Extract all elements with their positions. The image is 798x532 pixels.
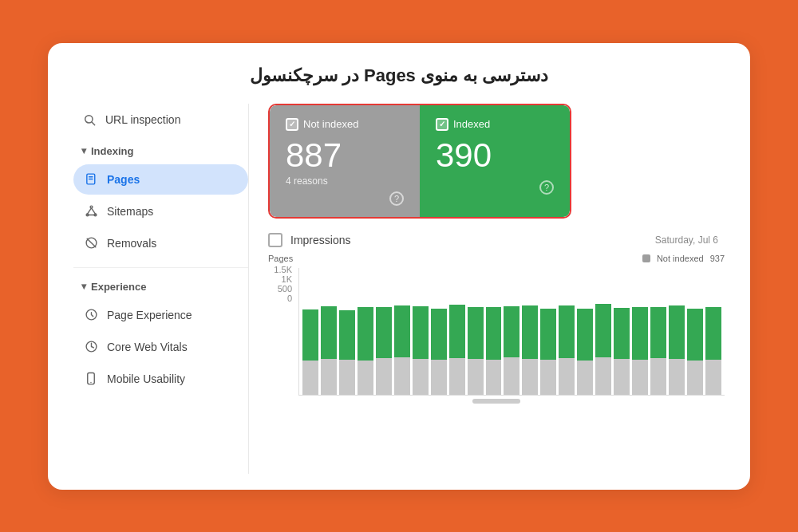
bar-group bbox=[486, 268, 502, 395]
bar-group bbox=[431, 268, 447, 395]
svg-line-1 bbox=[92, 122, 95, 125]
bar-segment-indexed bbox=[522, 305, 538, 359]
indexing-section-header: ▾ Indexing bbox=[73, 140, 248, 162]
bar-segment-not-indexed bbox=[413, 359, 429, 395]
bar-segment-indexed bbox=[669, 305, 685, 359]
bar-group bbox=[394, 268, 410, 395]
bar-segment-indexed bbox=[614, 308, 630, 359]
indexing-label: Indexing bbox=[91, 145, 133, 157]
bar-segment-not-indexed bbox=[486, 360, 502, 395]
page-title: دسترسی به منوی Pages در سرچکنسول bbox=[73, 65, 725, 86]
sidebar-item-core-web-vitals[interactable]: Core Web Vitals bbox=[73, 332, 248, 362]
page-experience-label: Page Experience bbox=[107, 309, 192, 321]
not-indexed-help-icon[interactable]: ? bbox=[389, 191, 404, 206]
svg-line-9 bbox=[91, 208, 95, 214]
bar-segment-not-indexed bbox=[394, 357, 410, 395]
bar-segment-indexed bbox=[705, 307, 721, 360]
pages-axis-label: Pages bbox=[268, 254, 298, 263]
bar-group bbox=[650, 268, 666, 395]
bar-segment-not-indexed bbox=[358, 361, 373, 395]
not-indexed-header: Not indexed bbox=[286, 118, 404, 131]
bar-segment-indexed bbox=[650, 307, 666, 358]
impressions-checkbox[interactable] bbox=[268, 233, 282, 247]
sidebar: URL inspection ▾ Indexing Pages bbox=[73, 104, 249, 474]
bar-group bbox=[669, 268, 685, 395]
bar-segment-not-indexed bbox=[614, 359, 630, 395]
page-experience-icon bbox=[83, 307, 99, 323]
bar-segment-indexed bbox=[632, 307, 648, 360]
sidebar-item-pages[interactable]: Pages bbox=[73, 164, 248, 195]
bar-segment-not-indexed bbox=[632, 360, 648, 395]
bar-segment-not-indexed bbox=[302, 361, 318, 395]
legend-not-indexed-dot bbox=[642, 254, 650, 262]
experience-section-header: ▾ Experience bbox=[73, 276, 248, 298]
sidebar-item-mobile-usability[interactable]: Mobile Usability bbox=[73, 364, 248, 394]
svg-line-8 bbox=[87, 208, 91, 214]
bars-container bbox=[298, 268, 725, 396]
not-indexed-checkbox[interactable] bbox=[286, 118, 298, 131]
bar-segment-indexed bbox=[449, 305, 465, 358]
indexed-card: Indexed 390 ? bbox=[420, 105, 570, 217]
indexed-footer: ? bbox=[436, 180, 554, 195]
y-label-2: 1K bbox=[282, 274, 292, 284]
impressions-header: Impressions Saturday, Jul 6 bbox=[268, 233, 725, 247]
stats-cards-wrapper: Not indexed 887 4 reasons ? Indexed 390 bbox=[268, 104, 571, 219]
indexed-help-icon[interactable]: ? bbox=[539, 180, 554, 195]
bar-group bbox=[705, 268, 721, 395]
scrollbar-area bbox=[268, 399, 725, 404]
url-inspection-label: URL inspection bbox=[105, 113, 180, 126]
experience-label: Experience bbox=[91, 281, 146, 293]
bar-group bbox=[540, 268, 556, 395]
bar-group bbox=[577, 268, 593, 395]
sidebar-item-page-experience[interactable]: Page Experience bbox=[73, 300, 248, 330]
bar-segment-indexed bbox=[339, 310, 355, 360]
bar-segment-not-indexed bbox=[449, 358, 465, 395]
chart-y-axis: 1.5K 1K 500 0 bbox=[268, 265, 298, 316]
bar-segment-indexed bbox=[376, 307, 392, 358]
not-indexed-card: Not indexed 887 4 reasons ? bbox=[270, 105, 420, 217]
sidebar-item-sitemaps[interactable]: Sitemaps bbox=[73, 196, 248, 227]
bar-segment-indexed bbox=[321, 306, 337, 359]
chevron-down-icon-2: ▾ bbox=[81, 281, 86, 292]
bar-group bbox=[522, 268, 538, 395]
not-indexed-label: Not indexed bbox=[303, 118, 358, 130]
core-web-vitals-label: Core Web Vitals bbox=[107, 341, 188, 353]
chart-legend: Not indexed 937 bbox=[298, 254, 725, 263]
scrollbar-thumb[interactable] bbox=[472, 399, 520, 404]
bar-group bbox=[449, 268, 465, 395]
y-label-3: 500 bbox=[278, 284, 292, 294]
bar-segment-indexed bbox=[687, 309, 703, 361]
bar-group bbox=[614, 268, 630, 395]
bar-segment-not-indexed bbox=[504, 357, 519, 395]
y-label-4: 0 bbox=[287, 294, 292, 303]
sidebar-item-removals[interactable]: Removals bbox=[73, 228, 248, 258]
core-web-vitals-icon bbox=[83, 339, 99, 355]
bar-segment-not-indexed bbox=[595, 357, 611, 395]
main-card: دسترسی به منوی Pages در سرچکنسول URL ins… bbox=[48, 43, 750, 490]
chevron-down-icon: ▾ bbox=[81, 145, 86, 156]
indexed-checkbox[interactable] bbox=[436, 118, 448, 131]
bar-segment-not-indexed bbox=[650, 358, 666, 395]
bar-segment-indexed bbox=[394, 305, 410, 357]
bar-group bbox=[468, 268, 484, 395]
bar-segment-indexed bbox=[302, 309, 318, 361]
bar-segment-not-indexed bbox=[522, 359, 538, 395]
svg-rect-4 bbox=[88, 179, 93, 179]
bar-group bbox=[376, 268, 392, 395]
chart-area: Pages 1.5K 1K 500 0 Not indexed 937 bbox=[268, 254, 725, 396]
chart-container: Not indexed 937 bbox=[298, 254, 725, 396]
bar-group bbox=[302, 268, 318, 395]
removals-icon bbox=[83, 235, 99, 251]
bar-segment-not-indexed bbox=[687, 361, 703, 395]
bar-group bbox=[687, 268, 703, 395]
bar-segment-indexed bbox=[358, 307, 373, 361]
chart-date: Saturday, Jul 6 bbox=[655, 234, 725, 246]
bar-segment-not-indexed bbox=[468, 359, 484, 395]
bar-segment-indexed bbox=[559, 305, 575, 358]
sidebar-item-url-inspection[interactable]: URL inspection bbox=[73, 104, 248, 136]
removals-label: Removals bbox=[107, 237, 156, 250]
bar-group bbox=[559, 268, 575, 395]
bar-group bbox=[358, 268, 373, 395]
bar-group bbox=[339, 268, 355, 395]
sidebar-divider bbox=[73, 267, 248, 268]
